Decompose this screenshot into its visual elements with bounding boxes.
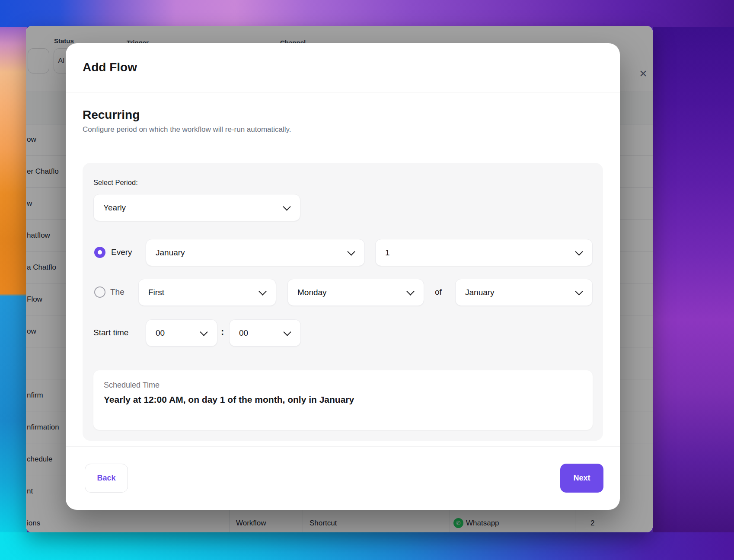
- chevron-down-icon: [575, 287, 583, 295]
- modal-title: Add Flow: [83, 60, 137, 74]
- every-day-value: 1: [385, 248, 390, 258]
- header-divider: [66, 92, 620, 92]
- wallpaper-left: [0, 27, 27, 532]
- of-month-select[interactable]: January: [455, 279, 593, 306]
- hour-value: 00: [156, 328, 165, 338]
- close-icon[interactable]: ×: [635, 66, 651, 81]
- chevron-down-icon: [347, 248, 355, 255]
- scheduled-time-label: Scheduled Time: [104, 381, 160, 390]
- wallpaper-bottom: [0, 532, 734, 560]
- of-label: of: [435, 287, 442, 297]
- every-month-select[interactable]: January: [146, 239, 365, 266]
- footer-divider: [66, 446, 620, 447]
- the-radio[interactable]: [94, 286, 105, 298]
- wallpaper-top: [0, 0, 734, 27]
- scheduled-time-value: Yearly at 12:00 AM, on day 1 of the mont…: [104, 395, 354, 405]
- period-select[interactable]: Yearly: [93, 194, 300, 221]
- weekday-select[interactable]: Monday: [287, 279, 424, 306]
- ordinal-value: First: [148, 288, 164, 297]
- every-day-select[interactable]: 1: [375, 239, 593, 266]
- the-radio-label[interactable]: The: [110, 287, 124, 297]
- hour-select[interactable]: 00: [146, 319, 217, 347]
- back-button[interactable]: Back: [85, 464, 128, 493]
- start-time-label: Start time: [93, 328, 128, 337]
- chevron-down-icon: [283, 328, 291, 336]
- wallpaper-right: [653, 27, 734, 532]
- every-month-value: January: [156, 248, 185, 258]
- minute-value: 00: [239, 328, 248, 338]
- add-flow-modal: Add Flow × Recurring Configure period on…: [66, 43, 620, 510]
- weekday-value: Monday: [297, 288, 327, 297]
- recurring-section-title: Recurring: [83, 108, 140, 122]
- recurrence-settings-panel: Select Period: Yearly Every January 1 Th…: [83, 163, 603, 441]
- next-button[interactable]: Next: [560, 464, 603, 493]
- every-radio-label[interactable]: Every: [111, 248, 132, 257]
- ordinal-select[interactable]: First: [138, 279, 276, 306]
- chevron-down-icon: [200, 328, 207, 336]
- select-period-label: Select Period:: [93, 178, 138, 187]
- scheduled-time-card: Scheduled Time Yearly at 12:00 AM, on da…: [93, 370, 593, 430]
- chevron-down-icon: [258, 287, 266, 295]
- recurring-section-subtitle: Configure period on which the workflow w…: [83, 125, 291, 134]
- minute-select[interactable]: 00: [229, 319, 301, 347]
- chevron-down-icon: [283, 203, 290, 210]
- chevron-down-icon: [406, 287, 414, 295]
- desktop: Status Trigger Channel Al red ow er Chat…: [0, 0, 734, 560]
- period-select-value: Yearly: [103, 203, 126, 213]
- chevron-down-icon: [575, 248, 583, 255]
- time-separator: :: [221, 326, 224, 337]
- of-month-value: January: [465, 288, 495, 297]
- every-radio[interactable]: [94, 247, 105, 258]
